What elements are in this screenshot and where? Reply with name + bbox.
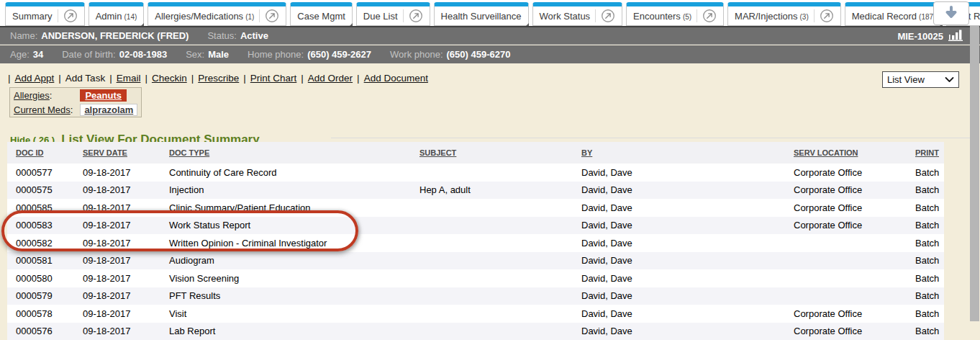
prescribe-link[interactable]: Prescribe (198, 73, 239, 84)
vertical-scrollbar[interactable] (970, 26, 979, 321)
cell-by: David, Dave (573, 199, 785, 217)
cell-by: David, Dave (573, 305, 785, 323)
tab-label: Allergies/Medications (155, 11, 243, 22)
demographic-date-of-birth: Date of birth:02-08-1983 (62, 49, 167, 60)
checkin-link[interactable]: Checkin (152, 73, 187, 84)
table-row-0000579[interactable]: 000057909-18-2017PFT ResultsDavid, DaveB… (7, 287, 944, 305)
separator: | (239, 73, 250, 84)
cell-serv-date: 09-18-2017 (74, 287, 160, 305)
tab-label: MAR/Injections (735, 11, 797, 22)
column-header-serv-location[interactable]: SERV LOCATION (785, 142, 907, 164)
add-task-link[interactable]: Add Task (65, 73, 105, 84)
cell-doc-id: 0000576 (7, 323, 74, 340)
document-table-panel: DOC IDSERV DATEDOC TYPESUBJECTBYSERV LOC… (7, 142, 944, 340)
cell-doc-id: 0000583 (7, 217, 74, 235)
cell-doc-id: 0000582 (7, 234, 74, 252)
column-header-subject[interactable]: SUBJECT (411, 142, 573, 164)
tab-label: Admin (96, 11, 122, 22)
column-header-serv-date[interactable]: SERV DATE (74, 142, 160, 164)
tab-summary[interactable]: Summary (5, 2, 85, 26)
tab-label: Due List (363, 11, 398, 22)
column-header-doc-type[interactable]: DOC TYPE (160, 142, 411, 164)
tab-due-list[interactable]: Due List (356, 2, 430, 26)
table-row-0000582[interactable]: 000058209-18-2017Written Opinion - Crimi… (7, 234, 944, 252)
print-chart-link[interactable]: Print Chart (250, 73, 297, 84)
allergy-value-peanuts[interactable]: Peanuts (80, 89, 127, 102)
cell-subject (411, 269, 573, 287)
tab-mar-injections[interactable]: MAR/Injections(3) (727, 2, 841, 26)
tab-admin[interactable]: Admin(14) (89, 2, 145, 26)
external-link-icon[interactable] (63, 9, 78, 23)
chart-id: MIE-10025 (897, 31, 943, 42)
table-row-0000575[interactable]: 000057509-18-2017InjectionHep A, adultDa… (7, 182, 944, 200)
cell-serv-location: Corporate Office (785, 323, 907, 340)
cell-serv-location (785, 287, 907, 305)
tab-allergies-medications[interactable]: Allergies/Medications(1) (148, 2, 286, 26)
tab-divider (697, 9, 697, 22)
external-link-icon[interactable] (702, 9, 717, 23)
demographic-work-phone: Work phone:(650) 459-6270 (390, 49, 510, 60)
table-row-0000577[interactable]: 000057709-18-2017Continuity of Care Reco… (7, 164, 944, 182)
table-row-0000581[interactable]: 000058109-18-2017AudiogramDavid, DaveBat… (7, 252, 944, 270)
external-link-icon[interactable] (601, 9, 615, 23)
tab-medical-record[interactable]: Medical Record(187) (845, 2, 943, 26)
cell-serv-date: 09-18-2017 (74, 252, 160, 270)
table-row-0000576[interactable]: 000057609-18-2017Lab ReportDavid, DaveCo… (7, 323, 944, 340)
tab-label: Encounters (633, 11, 681, 22)
cell-serv-location: Corporate Office (785, 164, 907, 182)
add-appt-link[interactable]: Add Appt (15, 73, 55, 84)
current-meds-link[interactable]: Current Meds (14, 104, 71, 115)
demographic-age: Age:34 (10, 49, 43, 60)
add-document-link[interactable]: Add Document (364, 73, 428, 84)
cell-doc-type: Lab Report (160, 323, 411, 340)
med-value-alprazolam[interactable]: alprazolam (80, 104, 137, 116)
cell-subject (411, 199, 573, 217)
cell-doc-id: 0000577 (7, 164, 74, 182)
tab-divider (814, 9, 815, 22)
patient-name-label: Name: (10, 30, 37, 41)
external-link-icon[interactable] (265, 9, 279, 23)
cell-serv-date: 09-18-2017 (74, 199, 160, 217)
external-link-icon[interactable] (409, 9, 423, 23)
cell-doc-id: 0000578 (7, 305, 74, 323)
down-arrow-icon (944, 5, 958, 22)
separator: | (187, 73, 199, 84)
cell-serv-location: Corporate Office (785, 305, 907, 323)
table-row-0000583[interactable]: 000058309-18-2017Work Status ReportDavid… (7, 217, 944, 235)
separator: | (296, 73, 308, 84)
tab-overflow-button[interactable] (933, 1, 969, 25)
fieldset-line (331, 138, 971, 138)
cell-doc-type: Work Status Report (160, 217, 411, 235)
tab-work-status[interactable]: Work Status (532, 2, 623, 26)
tab-divider (58, 9, 58, 22)
tab-health-surveillance[interactable]: Health Surveillance (434, 2, 529, 26)
cell-doc-type: Audiogram (160, 252, 411, 270)
column-header-print[interactable]: PRINT (907, 142, 944, 164)
add-order-link[interactable]: Add Order (308, 73, 353, 84)
separator: | (353, 73, 364, 84)
table-row-0000578[interactable]: 000057809-18-2017VisitDavid, DaveCorpora… (7, 305, 944, 323)
tab-encounters[interactable]: Encounters(5) (626, 2, 724, 26)
table-row-0000585[interactable]: 000058509-18-2017Clinic Summary/Patient … (7, 199, 944, 217)
allergies-link[interactable]: Allergies (14, 90, 50, 101)
tab-divider (595, 9, 596, 22)
table-row-0000580[interactable]: 000058009-18-2017Vision ScreeningDavid, … (7, 269, 944, 287)
tab-divider (403, 9, 404, 22)
cell-print: Batch (907, 234, 944, 252)
separator: | (4, 73, 15, 84)
column-header-by[interactable]: BY (573, 142, 785, 164)
cell-serv-location: Corporate Office (785, 217, 907, 235)
tab-case-mgmt[interactable]: Case Mgmt (290, 2, 352, 26)
view-mode-select[interactable]: List View (882, 71, 959, 88)
tab-count-badge: (14) (124, 13, 137, 21)
patient-demographics-bar: Age:34Date of birth:02-08-1983Sex:MaleHo… (0, 45, 980, 63)
cell-by: David, Dave (573, 182, 785, 200)
cell-by: David, Dave (573, 164, 785, 182)
external-link-icon[interactable] (820, 9, 834, 23)
document-table: DOC IDSERV DATEDOC TYPESUBJECTBYSERV LOC… (7, 142, 944, 340)
cell-print: Batch (907, 164, 944, 182)
bar-chart-icon[interactable] (948, 29, 964, 44)
tab-count-badge: (5) (683, 13, 691, 21)
email-link[interactable]: Email (117, 73, 141, 84)
column-header-doc-id[interactable]: DOC ID (7, 142, 74, 164)
